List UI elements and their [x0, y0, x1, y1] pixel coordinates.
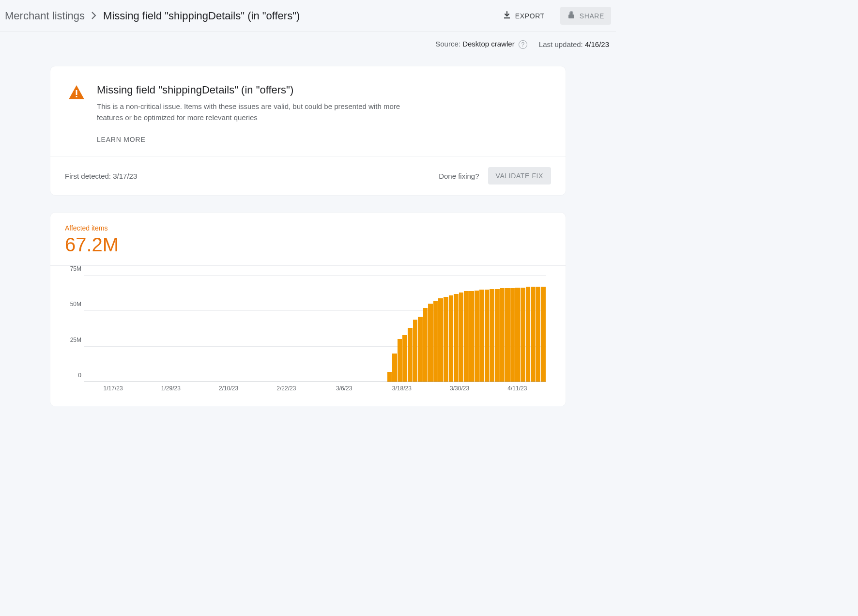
y-tick: 50M — [70, 301, 81, 308]
chart-card: Affected items 67.2M 025M50M75M 1/17/231… — [50, 213, 566, 406]
chart-bar[interactable] — [495, 289, 500, 382]
issue-text: Missing field "shippingDetails" (in "off… — [97, 84, 416, 143]
chart-bar[interactable] — [444, 297, 448, 382]
chart-bar[interactable] — [449, 295, 454, 382]
updated-value: 4/16/23 — [585, 40, 609, 48]
chart-bar[interactable] — [515, 288, 520, 382]
chart-bar[interactable] — [464, 291, 469, 382]
svg-rect-3 — [76, 96, 77, 97]
validate-fix-button[interactable]: VALIDATE FIX — [488, 167, 551, 185]
chart-plot[interactable] — [84, 276, 546, 382]
y-tick: 75M — [70, 265, 81, 272]
chart-bar[interactable] — [490, 289, 494, 382]
download-icon — [503, 11, 511, 21]
chart-bar[interactable] — [428, 304, 433, 382]
x-tick: 3/30/23 — [450, 385, 469, 392]
chart-bar[interactable] — [475, 291, 479, 382]
x-tick: 3/6/23 — [336, 385, 352, 392]
divider — [50, 265, 566, 266]
chart-bar[interactable] — [418, 317, 423, 382]
chart-bar[interactable] — [485, 290, 490, 382]
breadcrumb-current: Missing field "shippingDetails" (in "off… — [103, 10, 300, 22]
issue-card: Missing field "shippingDetails" (in "off… — [50, 66, 566, 195]
header-actions: EXPORT SHARE — [496, 7, 611, 25]
source-value: Desktop crawler — [462, 40, 515, 48]
chart-bar[interactable] — [392, 354, 397, 382]
chart-bar[interactable] — [526, 287, 531, 382]
svg-rect-1 — [568, 15, 574, 18]
learn-more-link[interactable]: LEARN MORE — [97, 136, 416, 143]
share-label: SHARE — [580, 12, 604, 20]
chart-bar[interactable] — [505, 288, 510, 382]
export-button[interactable]: EXPORT — [496, 7, 552, 25]
breadcrumb: Merchant listings Missing field "shippin… — [5, 10, 300, 22]
chart-bar[interactable] — [398, 339, 402, 382]
issue-footer: First detected: 3/17/23 Done fixing? VAL… — [50, 156, 566, 195]
chevron-right-icon — [92, 10, 96, 22]
chart-bar[interactable] — [438, 298, 443, 382]
x-tick: 3/18/23 — [392, 385, 412, 392]
first-detected: First detected: 3/17/23 — [65, 172, 137, 180]
issue-description: This is a non-critical issue. Items with… — [97, 101, 416, 123]
chart-area: 025M50M75M 1/17/231/29/232/10/232/22/233… — [84, 276, 546, 392]
source-label: Source: — [435, 40, 460, 48]
first-detected-value: 3/17/23 — [113, 172, 137, 180]
x-tick: 4/11/23 — [507, 385, 527, 392]
export-label: EXPORT — [515, 12, 545, 20]
breadcrumb-root[interactable]: Merchant listings — [5, 10, 85, 22]
svg-rect-2 — [76, 90, 77, 95]
chart-bar[interactable] — [454, 294, 459, 382]
updated-field: Last updated: 4/16/23 — [539, 40, 609, 48]
issue-title: Missing field "shippingDetails" (in "off… — [97, 84, 416, 96]
validate-group: Done fixing? VALIDATE FIX — [439, 167, 551, 185]
updated-label: Last updated: — [539, 40, 583, 48]
y-axis: 025M50M75M — [65, 276, 84, 382]
lock-icon — [567, 11, 576, 21]
chart-bar[interactable] — [423, 308, 428, 382]
chart-bar[interactable] — [500, 288, 505, 382]
done-fixing-label: Done fixing? — [439, 172, 479, 180]
chart-bar[interactable] — [459, 293, 464, 382]
chart-bar[interactable] — [510, 288, 515, 382]
chart-bar[interactable] — [387, 372, 392, 382]
first-detected-label: First detected: — [65, 172, 111, 180]
y-tick: 0 — [78, 372, 81, 379]
svg-rect-0 — [504, 17, 510, 18]
subheader: Source: Desktop crawler ? Last updated: … — [0, 32, 616, 49]
x-axis: 1/17/231/29/232/10/232/22/233/6/233/18/2… — [84, 385, 546, 395]
x-tick: 2/22/23 — [276, 385, 296, 392]
chart-bar[interactable] — [469, 291, 474, 382]
chart-bar[interactable] — [433, 301, 438, 382]
chart-bar[interactable] — [531, 287, 536, 382]
warning-icon — [68, 84, 85, 143]
x-tick: 2/10/23 — [219, 385, 238, 392]
chart-bar[interactable] — [408, 328, 413, 382]
y-tick: 25M — [70, 337, 81, 343]
share-button[interactable]: SHARE — [560, 7, 611, 25]
chart-bar[interactable] — [479, 290, 484, 382]
chart-bar[interactable] — [541, 287, 546, 382]
page-header: Merchant listings Missing field "shippin… — [0, 0, 616, 32]
chart-bar[interactable] — [413, 320, 418, 382]
x-tick: 1/17/23 — [104, 385, 123, 392]
help-icon[interactable]: ? — [519, 40, 527, 49]
x-tick: 1/29/23 — [161, 385, 181, 392]
source-field: Source: Desktop crawler ? — [435, 40, 527, 49]
chart-bar[interactable] — [536, 287, 541, 382]
chart-label: Affected items — [65, 224, 551, 232]
chart-value: 67.2M — [65, 234, 551, 256]
chart-bar[interactable] — [402, 335, 407, 382]
chart-bar[interactable] — [521, 288, 525, 382]
